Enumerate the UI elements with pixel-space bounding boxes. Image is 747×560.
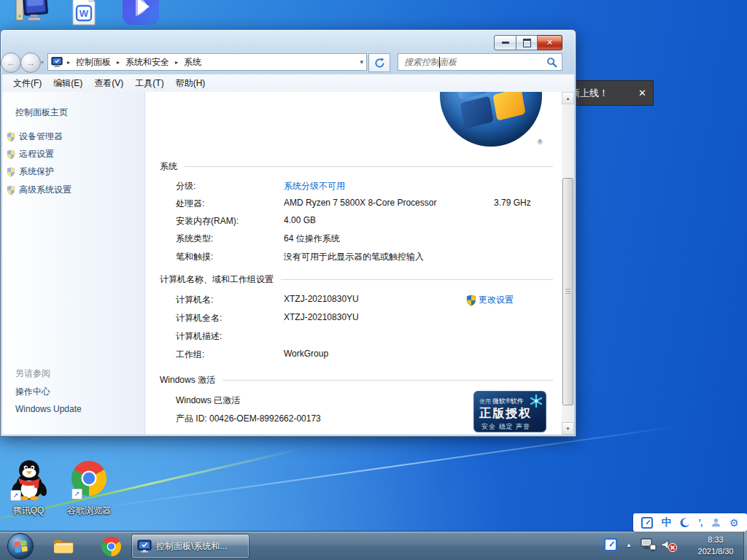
maximize-icon xyxy=(523,39,531,47)
menu-edit[interactable]: 编辑(E) xyxy=(48,75,88,92)
scroll-up-button[interactable]: ▲ xyxy=(562,92,574,104)
wallpaper-streak xyxy=(90,425,683,510)
shortcut-label-qq[interactable]: 腾讯QQ xyxy=(0,505,61,517)
row-label: 系统类型: xyxy=(176,233,213,245)
ime-language-bar: 中 ’, ⚙ xyxy=(633,513,747,532)
address-bar[interactable]: ▸ 控制面板 ▸ 系统和安全 ▸ 系统 ▾ xyxy=(47,53,367,71)
row-label: 分级: xyxy=(176,180,196,192)
back-button[interactable]: ← xyxy=(1,52,21,73)
forward-button[interactable]: → xyxy=(20,52,41,73)
shortcut-label-chrome[interactable]: 谷歌浏览器 xyxy=(56,505,122,517)
rating-unavailable-link[interactable]: 系统分级不可用 xyxy=(284,180,345,192)
task-button-label: 控制面板\系统和... xyxy=(156,540,227,553)
search-input[interactable] xyxy=(403,56,546,68)
ime-punctuation-icon[interactable]: ’, xyxy=(699,518,703,528)
sidebar-item-action-center[interactable]: 操作中心 xyxy=(15,386,50,398)
show-hidden-icons-button[interactable]: ▲ xyxy=(626,542,632,548)
breadcrumb-system-security[interactable]: 系统和安全 xyxy=(124,56,171,69)
ime-settings-gear-icon[interactable]: ⚙ xyxy=(729,517,739,529)
uac-shield-icon xyxy=(7,185,15,195)
menu-tools[interactable]: 工具(T) xyxy=(130,75,169,92)
search-icon[interactable] xyxy=(546,57,557,68)
clock-date: 2021/8/30 xyxy=(688,545,743,557)
tray-ime-icon[interactable] xyxy=(604,538,617,551)
vertical-scrollbar[interactable]: ▲ ▼ xyxy=(562,92,574,435)
menu-file[interactable]: 文件(F) xyxy=(8,75,47,92)
taskbar-chrome-button[interactable] xyxy=(99,536,123,556)
breadcrumb-control-panel[interactable]: 控制面板 xyxy=(74,56,112,69)
change-settings-link[interactable]: 更改设置 xyxy=(466,294,514,306)
desktop-icon-video-player[interactable] xyxy=(121,0,160,26)
sidebar-item-advanced-system-settings[interactable]: 高级系统设置 xyxy=(7,184,71,196)
system-type-value: 64 位操作系统 xyxy=(284,233,340,245)
toast-close-icon[interactable]: ✕ xyxy=(638,88,646,98)
text-cursor xyxy=(439,57,440,68)
genuine-software-badge[interactable]: 使用微软®软件 正版授权 安全 稳定 声誉 xyxy=(473,391,546,432)
close-icon: ✕ xyxy=(546,38,553,47)
badge-main: 正版授权 xyxy=(479,406,532,421)
explorer-folder-icon xyxy=(53,537,74,555)
taskbar: 控制面板\系统和... ▲ 8: xyxy=(0,531,747,560)
ram-value: 4.00 GB xyxy=(284,215,316,225)
sidebar-item-system-protection[interactable]: 系统保护 xyxy=(7,166,54,178)
sidebar-item-device-manager[interactable]: 设备管理器 xyxy=(7,131,63,143)
minimize-button[interactable] xyxy=(494,35,516,50)
scroll-up-icon: ▲ xyxy=(566,96,570,101)
close-button[interactable]: ✕ xyxy=(538,35,562,50)
ime-moon-icon[interactable] xyxy=(680,518,690,528)
computer-name-value: XTZJ-20210830YU xyxy=(284,294,359,304)
change-settings-label: 更改设置 xyxy=(479,294,514,306)
maximize-button[interactable] xyxy=(516,35,538,50)
tray-volume-muted-icon[interactable] xyxy=(660,537,678,556)
start-button[interactable] xyxy=(7,533,34,559)
address-dropdown-icon[interactable]: ▾ xyxy=(360,58,363,66)
search-box xyxy=(398,53,562,71)
badge-tagline: 安全 稳定 声誉 xyxy=(481,422,530,432)
row-label: 笔和触摸: xyxy=(176,251,213,263)
sidebar-item-windows-update[interactable]: Windows Update xyxy=(15,404,82,414)
recent-pages-dropdown-icon[interactable]: ▾ xyxy=(41,59,44,66)
sidebar-item-control-panel-home[interactable]: 控制面板主页 xyxy=(15,106,68,119)
shortcut-arrow-icon: ➚ xyxy=(71,489,82,499)
scroll-down-button[interactable]: ▼ xyxy=(562,422,574,435)
badge-line1: 使用微软®软件 xyxy=(479,397,524,406)
refresh-button[interactable] xyxy=(368,53,390,72)
row-label: 安装内存(RAM): xyxy=(176,215,239,228)
uac-shield-icon xyxy=(7,132,15,142)
desktop-icon-tencent-qq[interactable]: ➚ xyxy=(10,458,48,502)
breadcrumb-separator-icon: ▸ xyxy=(115,59,121,66)
ime-user-icon[interactable] xyxy=(711,517,721,528)
taskbar-explorer-button[interactable] xyxy=(51,536,76,556)
desktop-icon-wps-document[interactable]: W xyxy=(69,0,99,26)
forward-arrow-icon: → xyxy=(26,58,36,69)
taskbar-active-task-control-panel[interactable]: 控制面板\系统和... xyxy=(131,534,249,559)
processor-value: AMD Ryzen 7 5800X 8-Core Processor xyxy=(284,198,436,208)
desktop-icon-computer[interactable] xyxy=(15,0,50,26)
see-also-heading: 另请参阅 xyxy=(15,368,50,380)
minimize-icon xyxy=(502,42,509,44)
pen-touch-value: 没有可用于此显示器的笔或触控输入 xyxy=(284,251,424,263)
breadcrumb-separator-icon: ▸ xyxy=(174,59,179,66)
sidebar-item-label: 设备管理器 xyxy=(19,131,63,143)
badge-prefix: 使用 xyxy=(479,398,491,405)
activation-status: Windows 已激活 xyxy=(176,394,240,407)
scrollbar-thumb[interactable] xyxy=(562,178,573,405)
desktop-icon-chrome[interactable]: ➚ xyxy=(71,461,107,500)
ime-mode-chinese[interactable]: 中 xyxy=(662,516,672,529)
ime-logo-icon[interactable] xyxy=(641,517,653,529)
menu-view[interactable]: 查看(V) xyxy=(89,75,128,92)
shortcut-arrow-icon: ➚ xyxy=(10,490,21,501)
tray-network-icon[interactable] xyxy=(640,538,657,555)
show-desktop-button[interactable] xyxy=(743,532,747,560)
breadcrumb-separator-icon: ▸ xyxy=(66,59,71,66)
sidebar-item-remote-settings[interactable]: 远程设置 xyxy=(7,148,54,160)
taskbar-clock[interactable]: 8:33 2021/8/30 xyxy=(688,534,743,557)
section-heading-system: 系统 xyxy=(160,160,553,173)
breadcrumb-system[interactable]: 系统 xyxy=(182,56,203,69)
menu-help[interactable]: 帮助(H) xyxy=(171,75,211,92)
wps-document-icon: W xyxy=(69,0,99,26)
row-label: 计算机名: xyxy=(176,294,213,306)
processor-speed: 3.79 GHz xyxy=(494,198,531,208)
row-label: 计算机全名: xyxy=(176,312,222,324)
windows-flag-icon xyxy=(454,92,525,129)
